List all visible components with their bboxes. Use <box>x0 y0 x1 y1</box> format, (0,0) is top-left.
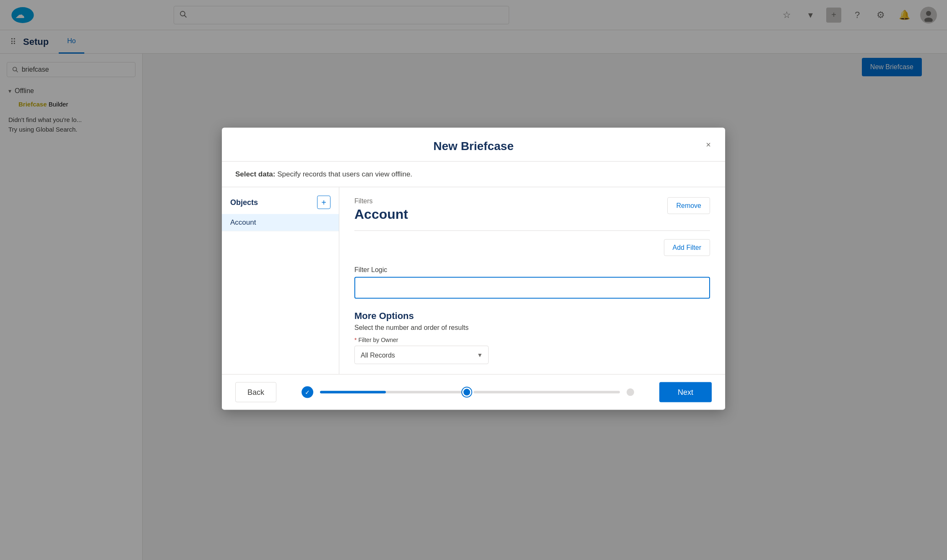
progress-dot-active <box>462 388 471 397</box>
progress-track-right <box>473 391 620 394</box>
new-briefcase-modal: New Briefcase × Select data: Specify rec… <box>222 128 725 410</box>
modal-objects-title: Objects <box>230 198 258 207</box>
modal-object-item-account[interactable]: Account <box>222 214 339 231</box>
modal-subheader: Select data: Specify records that users … <box>222 162 725 187</box>
divider-1 <box>354 231 710 231</box>
filter-owner-select[interactable]: All Records My Records Team Records <box>354 346 489 364</box>
more-options-title: More Options <box>354 311 710 321</box>
add-filter-button[interactable]: Add Filter <box>664 239 710 256</box>
modal-right-panel: Filters Account Remove Add Filter Filter… <box>339 187 725 374</box>
modal-subheader-text: Specify records that users can view offl… <box>275 170 412 178</box>
modal-header: New Briefcase × <box>222 128 725 162</box>
progress-area: ✓ <box>276 386 659 398</box>
modal-body: Objects + Account Filters Account Remove… <box>222 187 725 374</box>
modal-subheader-prefix: Select data: <box>235 170 275 178</box>
modal-close-button[interactable]: × <box>702 138 715 151</box>
filter-owner-select-wrapper: All Records My Records Team Records ▼ <box>354 346 489 364</box>
filter-logic-input[interactable] <box>354 277 710 299</box>
back-button[interactable]: Back <box>235 382 276 402</box>
modal-left-panel: Objects + Account <box>222 187 339 374</box>
add-object-button[interactable]: + <box>317 196 330 209</box>
progress-check-icon: ✓ <box>302 386 313 398</box>
filters-label: Filters <box>354 197 710 205</box>
modal-title: New Briefcase <box>433 140 513 153</box>
filter-owner-label: *Filter by Owner <box>354 337 710 343</box>
more-options-subtitle: Select the number and order of results <box>354 324 710 332</box>
remove-button[interactable]: Remove <box>667 197 710 214</box>
modal-left-header: Objects + <box>222 196 339 214</box>
progress-fill <box>320 391 386 394</box>
progress-track <box>320 391 466 394</box>
required-star: * <box>354 337 356 343</box>
next-button[interactable]: Next <box>659 382 712 402</box>
filter-owner-label-text: Filter by Owner <box>358 337 398 343</box>
modal-footer: Back ✓ Next <box>222 374 725 410</box>
progress-dot-inactive <box>627 389 634 396</box>
filter-logic-label: Filter Logic <box>354 266 710 274</box>
filter-object-title: Account <box>354 207 710 222</box>
